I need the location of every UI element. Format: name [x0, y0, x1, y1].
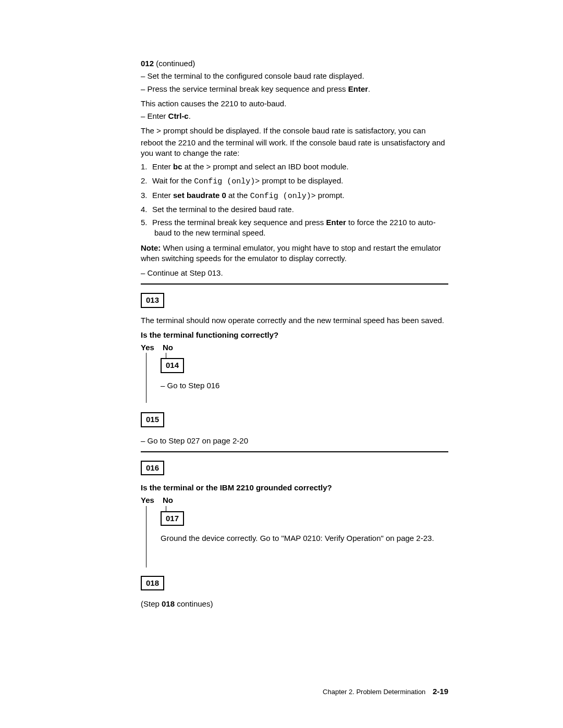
yes-label: Yes [141, 342, 163, 353]
step-box-018: 018 [141, 576, 164, 590]
paragraph: The terminal should now operate correctl… [141, 315, 448, 326]
step-016: 016 Is the terminal or the IBM 2210 grou… [141, 460, 448, 609]
step-box-015: 015 [141, 412, 164, 427]
step-012: 012 (continued) Set the terminal to the … [141, 58, 448, 278]
bullet: Press the service terminal break key seq… [141, 84, 448, 94]
step-012-header: 012 (continued) [141, 58, 448, 69]
page: 012 (continued) Set the terminal to the … [0, 0, 563, 728]
no-branch: 017 Ground the device correctly. Go to "… [161, 506, 448, 544]
no-label: No [163, 495, 173, 505]
tree-line [166, 506, 166, 512]
yes-branch: 015 [141, 411, 448, 432]
bullet: Set the terminal to the configured conso… [141, 71, 448, 81]
step-012-number: 012 [141, 59, 154, 68]
list-item: 2.Wait for the Config (only)> prompt to … [141, 176, 448, 187]
decision-tree: 014 Go to Step 016 [141, 353, 448, 411]
list-item: 1.Enter bc at the > prompt and select an… [141, 162, 448, 173]
bullet: Go to Step 027 on page 2-20 [141, 436, 448, 446]
tree-line [166, 353, 166, 359]
list-item: 4.Set the terminal to the desired baud r… [141, 204, 448, 215]
yes-branch: 018 [141, 575, 448, 596]
continues: (Step 018 continues) [141, 599, 448, 609]
paragraph: Ground the device correctly. Go to "MAP … [161, 533, 448, 544]
question: Is the terminal functioning correctly? [141, 330, 448, 340]
separator [141, 283, 448, 285]
paragraph: This action causes the 2210 to auto-baud… [141, 98, 448, 109]
note: Note: When using a terminal emulator, yo… [141, 243, 448, 264]
yes-label: Yes [141, 495, 163, 505]
yes-no-header: YesNo [141, 495, 448, 505]
step-013: 013 The terminal should now operate corr… [141, 292, 448, 446]
step-012-continued: (continued) [154, 59, 195, 68]
no-branch: 014 Go to Step 016 [161, 353, 448, 391]
bullet: Continue at Step 013. [141, 268, 448, 278]
question: Is the terminal or the IBM 2210 grounded… [141, 483, 448, 493]
bullet: Enter Ctrl-c. [141, 111, 448, 121]
list-item: 3.Enter set baudrate 0 at the Config (on… [141, 190, 448, 202]
ordered-list: 1.Enter bc at the > prompt and select an… [141, 162, 448, 239]
step-box-013: 013 [141, 293, 164, 307]
page-footer: Chapter 2. Problem Determination 2-19 [323, 686, 448, 697]
tree-line [146, 506, 146, 567]
list-item: 5.Press the terminal break key sequence … [141, 217, 448, 239]
chapter-label: Chapter 2. Problem Determination [323, 688, 425, 696]
step-box-017: 017 [161, 511, 184, 526]
page-number: 2-19 [433, 687, 448, 696]
paragraph: The > prompt should be displayed. If the… [141, 126, 448, 158]
separator [141, 451, 448, 452]
no-label: No [163, 342, 173, 353]
step-box-016: 016 [141, 461, 164, 475]
bullet: Go to Step 016 [161, 380, 448, 391]
decision-tree: 017 Ground the device correctly. Go to "… [141, 506, 448, 575]
yes-no-header: YesNo [141, 342, 448, 353]
step-box-014: 014 [161, 358, 184, 373]
tree-line [146, 353, 146, 403]
